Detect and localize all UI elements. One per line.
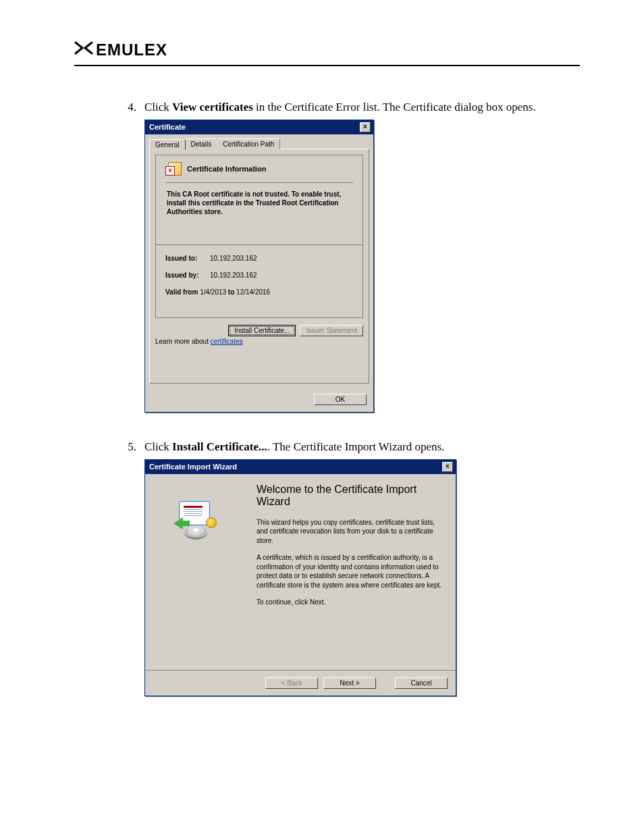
issued-by-value: 10.192.203.162: [210, 271, 257, 279]
wizard-content: Welcome to the Certificate Import Wizard…: [247, 474, 456, 670]
page-header: EMULEX: [74, 41, 580, 66]
close-icon[interactable]: ×: [360, 122, 371, 132]
wizard-titlebar[interactable]: Certificate Import Wizard ×: [145, 460, 456, 474]
certificate-untrusted-text: This CA Root certificate is not trusted.…: [165, 183, 353, 217]
wizard-paragraph-2: A certificate, which is issued by a cert…: [257, 553, 442, 590]
wizard-title: Certificate Import Wizard: [149, 463, 237, 471]
brand-logo-text: EMULEX: [96, 41, 167, 59]
issued-to-label: Issued to:: [165, 255, 210, 262]
brand-logo: EMULEX: [74, 41, 580, 59]
brand-logo-mark: [74, 41, 93, 59]
next-button[interactable]: Next >: [323, 677, 376, 689]
step-4: 4. Click View certificates in the Certif…: [74, 100, 580, 115]
tab-certification-path[interactable]: Certification Path: [217, 138, 280, 149]
certificate-tab-body: × Certificate Information This CA Root c…: [149, 149, 369, 384]
step-4-text: Click View certificates in the Certifica…: [144, 100, 580, 115]
certificate-dialog-title: Certificate: [149, 123, 186, 131]
cancel-button[interactable]: Cancel: [395, 677, 448, 689]
step-5: 5. Click Install Certificate.... The Cer…: [74, 440, 580, 455]
learn-more-link[interactable]: certificates: [211, 338, 243, 345]
wizard-heading: Welcome to the Certificate Import Wizard: [257, 484, 442, 509]
certificate-warning-icon: ×: [165, 162, 182, 176]
certificate-tabs: General Details Certification Path: [145, 134, 373, 149]
ok-button[interactable]: OK: [314, 394, 367, 405]
wizard-side-graphic: [145, 474, 247, 670]
step-5-number: 5.: [74, 440, 144, 455]
certificate-info-heading: Certificate Information: [187, 165, 266, 173]
install-certificate-button[interactable]: Install Certificate...: [228, 325, 296, 336]
step-5-text: Click Install Certificate.... The Certif…: [144, 440, 580, 455]
learn-more: Learn more about certificates: [155, 338, 363, 345]
step-4-number: 4.: [74, 100, 144, 115]
tab-details[interactable]: Details: [185, 138, 218, 149]
certificate-import-wizard-dialog: Certificate Import Wizard × Welcome to t…: [144, 459, 456, 696]
wizard-paragraph-3: To continue, click Next.: [257, 598, 442, 607]
tab-general[interactable]: General: [149, 139, 186, 150]
issued-to-value: 10.192.203.162: [210, 255, 257, 262]
certificate-dialog-titlebar[interactable]: Certificate ×: [145, 120, 373, 134]
issued-by-label: Issued by:: [165, 271, 210, 279]
certificate-dialog: Certificate × General Details Certificat…: [144, 120, 374, 413]
issuer-statement-button[interactable]: Issuer Statement: [300, 325, 363, 336]
wizard-paragraph-1: This wizard helps you copy certificates,…: [257, 518, 442, 546]
close-icon[interactable]: ×: [442, 462, 453, 472]
valid-range: Valid from 1/4/2013 to 12/14/2016: [165, 288, 353, 296]
certificate-import-icon: [172, 498, 219, 539]
back-button[interactable]: < Back: [265, 677, 318, 689]
